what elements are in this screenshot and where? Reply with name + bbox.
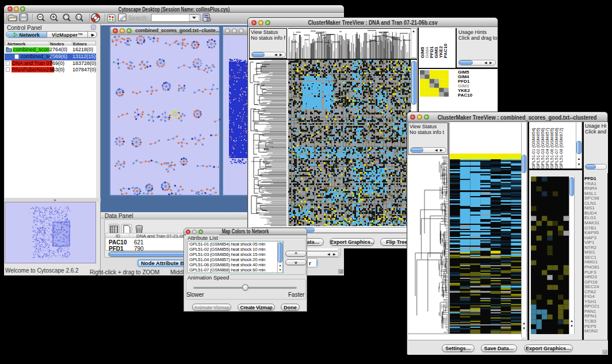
svg-text:PAC10: PAC10 — [443, 43, 448, 58]
svg-text:Search:: Search: — [128, 15, 148, 21]
svg-text:1:1: 1:1 — [76, 16, 81, 19]
svg-text:GPL51-08 (GSM872): GPL51-08 (GSM872) — [559, 128, 564, 168]
